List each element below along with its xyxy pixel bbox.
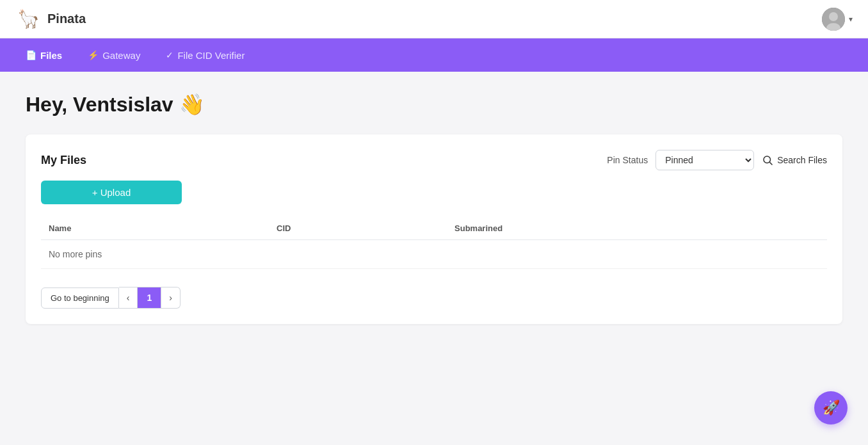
col-name: Name [41,217,269,240]
col-cid: CID [269,217,447,240]
files-header: My Files Pin Status Pinned Unsubmarined … [41,150,827,170]
nav-item-file-cid-verifier[interactable]: ✓ File CID Verifier [156,45,255,66]
svg-point-3 [764,156,771,163]
svg-point-1 [829,12,838,21]
pin-status-label: Pin Status [607,155,648,165]
verifier-nav-icon: ✓ [166,50,173,60]
nav-files-label: Files [40,50,62,61]
prev-page-button[interactable]: ‹ [119,287,138,309]
page-title: Hey, Ventsislav 👋 [26,92,842,117]
pinata-logo-icon: 🦙 [15,6,41,32]
nav-item-files[interactable]: 📄 Files [15,45,72,66]
empty-message: No more pins [41,240,827,269]
main-content: Hey, Ventsislav 👋 My Files Pin Status Pi… [0,72,868,344]
search-icon [762,154,773,166]
files-card: My Files Pin Status Pinned Unsubmarined … [26,134,842,324]
logo-area: 🦙 Pinata [15,6,86,32]
search-files-button[interactable]: Search Files [762,154,827,166]
next-page-button[interactable]: › [161,287,181,309]
gateway-nav-icon: ⚡ [88,50,99,60]
app-name: Pinata [47,12,86,26]
current-page-button[interactable]: 1 [138,287,161,309]
files-table: Name CID Submarined No more pins [41,217,827,269]
svg-line-4 [770,162,773,165]
nav-gateway-label: Gateway [102,50,140,61]
nav-item-gateway[interactable]: ⚡ Gateway [77,45,150,66]
nav-bar: 📄 Files ⚡ Gateway ✓ File CID Verifier [0,38,868,72]
header-controls: Pin Status Pinned Unsubmarined All Searc… [607,150,827,170]
my-files-title: My Files [41,154,86,167]
user-menu[interactable]: ▾ [822,8,853,31]
top-navbar: 🦙 Pinata ▾ [0,0,868,38]
table-body: No more pins [41,240,827,269]
user-chevron-icon: ▾ [849,15,853,24]
table-header: Name CID Submarined [41,217,827,240]
upload-button[interactable]: + Upload [41,181,182,204]
table-row: No more pins [41,240,827,269]
files-nav-icon: 📄 [26,50,36,60]
upload-label: + Upload [92,187,131,198]
avatar [822,8,845,31]
search-files-label: Search Files [777,155,827,165]
col-submarined: Submarined [447,217,827,240]
pin-status-select[interactable]: Pinned Unsubmarined All [655,150,754,170]
pagination: Go to beginning ‹ 1 › [41,287,827,309]
go-to-beginning-button[interactable]: Go to beginning [41,287,119,309]
nav-verifier-label: File CID Verifier [177,50,245,61]
